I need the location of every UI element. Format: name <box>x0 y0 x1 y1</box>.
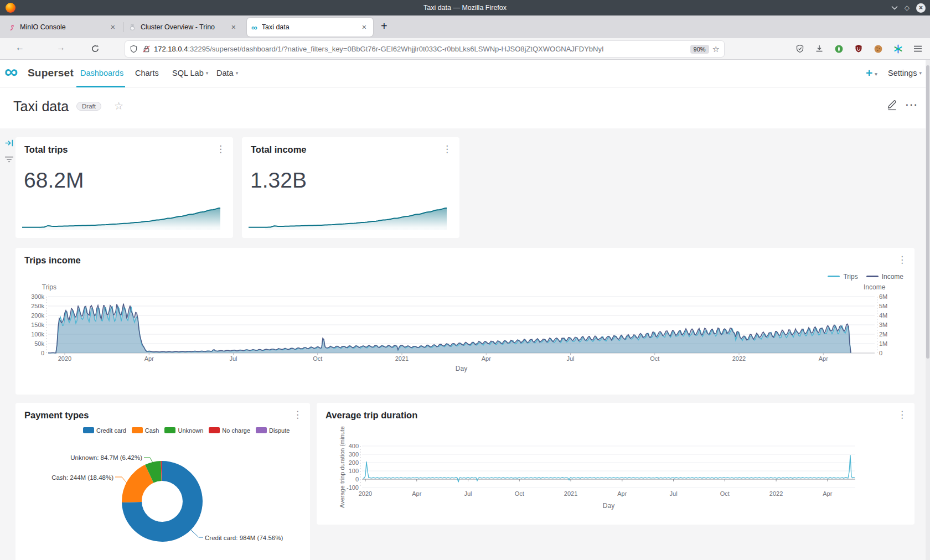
bookmark-star-icon[interactable]: ☆ <box>712 44 720 54</box>
nav-dashboards[interactable]: Dashboards <box>80 69 123 77</box>
superset-logo-icon[interactable]: ∞ <box>4 61 18 82</box>
tab-title: Taxi data <box>262 23 355 31</box>
svg-text:200k: 200k <box>31 312 44 319</box>
svg-text:5M: 5M <box>879 303 887 309</box>
tab-title: Cluster Overview - Trino <box>141 23 225 31</box>
chevron-down-icon: ▾ <box>875 71 877 77</box>
svg-text:2021: 2021 <box>564 490 577 497</box>
add-new-button[interactable]: +▾ <box>866 66 877 80</box>
dashboard-header: Taxi data Draft ☆ ··· <box>0 87 930 128</box>
container-asterisk-icon[interactable] <box>893 44 903 54</box>
privacy-badger-icon[interactable] <box>834 44 844 54</box>
tab-close-icon[interactable]: × <box>360 23 369 32</box>
svg-text:2M: 2M <box>879 331 887 338</box>
new-tab-button[interactable]: + <box>381 20 388 33</box>
svg-text:Cash: 244M (18.48%): Cash: 244M (18.48%) <box>51 474 113 481</box>
nav-sql-lab[interactable]: SQL Lab▾ <box>172 69 208 77</box>
svg-text:Jul: Jul <box>464 490 472 497</box>
browser-tabbar: MinIO Console × Cluster Overview - Trino… <box>0 15 930 38</box>
page-scrollbar[interactable] <box>926 60 930 560</box>
cookie-icon[interactable] <box>874 44 883 54</box>
card-trips-income: Trips income ⋮ TripsIncome 300k6M250k5M2… <box>16 248 914 395</box>
svg-text:Average trinp duration (minute: Average trinp duration (minute <box>339 426 345 508</box>
nav-data[interactable]: Data▾ <box>216 69 238 77</box>
svg-text:Trips: Trips <box>42 283 56 291</box>
card-total-income: Total income ⋮ 1.32B <box>242 137 459 238</box>
scrollbar-thumb[interactable] <box>926 65 929 359</box>
chevron-down-icon: ▾ <box>919 70 922 76</box>
download-icon[interactable] <box>815 44 824 53</box>
svg-text:100k: 100k <box>31 331 44 338</box>
url-text[interactable]: 172.18.0.4:32295/superset/dashboard/1/?n… <box>154 45 687 53</box>
payment-types-donut-chart[interactable]: Unknown: 84.7M (6.42%)Cash: 244M (18.48%… <box>16 403 310 560</box>
menu-hamburger-icon[interactable] <box>913 45 922 53</box>
svg-text:0: 0 <box>355 476 359 483</box>
trend-sparkline <box>22 203 226 231</box>
tab-close-icon[interactable]: × <box>229 23 238 32</box>
svg-text:Day: Day <box>456 365 467 372</box>
svg-text:Apr: Apr <box>144 355 154 362</box>
big-number-value: 1.32B <box>250 168 307 193</box>
tab-title: MinIO Console <box>20 23 104 31</box>
svg-text:300: 300 <box>349 451 359 458</box>
svg-text:0: 0 <box>41 350 44 356</box>
browser-toolbar: ← → 172.18.0.4:32295/superset/dashboard/… <box>0 38 930 60</box>
svg-text:Day: Day <box>603 502 614 510</box>
trips-income-chart[interactable]: 300k6M250k5M200k4M150k3M100k2M50k1M00Tri… <box>16 248 914 395</box>
chevron-down-icon: ▾ <box>236 70 239 76</box>
card-total-trips: Total trips ⋮ 68.2M <box>16 137 233 238</box>
insecure-lock-icon[interactable] <box>142 45 151 53</box>
chart-title: Total income <box>251 144 307 155</box>
tracking-shield-icon[interactable] <box>130 45 138 53</box>
tab-close-icon[interactable]: × <box>108 23 117 32</box>
window-maximize-icon[interactable]: ◇ <box>905 4 910 11</box>
dashboard-body: Total trips ⋮ 68.2M Total income ⋮ 1.32B… <box>0 128 930 560</box>
svg-text:400: 400 <box>349 443 359 449</box>
svg-text:2022: 2022 <box>732 355 746 362</box>
more-options-icon[interactable]: ··· <box>906 100 918 111</box>
chevron-down-icon: ▾ <box>206 70 209 76</box>
settings-menu[interactable]: Settings▾ <box>888 69 922 77</box>
url-path: :32295/superset/dashboard/1/?native_filt… <box>188 45 603 53</box>
svg-text:Apr: Apr <box>482 355 491 362</box>
forward-button[interactable]: → <box>56 43 65 53</box>
svg-text:Oct: Oct <box>313 355 322 362</box>
svg-text:Jul: Jul <box>670 490 678 497</box>
svg-text:Jul: Jul <box>566 355 574 362</box>
nav-charts[interactable]: Charts <box>135 69 159 77</box>
dashboard-title: Taxi data <box>13 98 69 115</box>
window-close-icon[interactable]: × <box>916 3 926 13</box>
filter-icon[interactable] <box>4 155 14 163</box>
svg-text:4M: 4M <box>879 312 887 319</box>
svg-text:6M: 6M <box>879 293 887 300</box>
avg-trip-duration-chart[interactable]: 4003002001000-100Average trinp duration … <box>317 403 914 525</box>
superset-brand[interactable]: Superset <box>28 67 74 79</box>
expand-filter-bar-icon[interactable] <box>4 138 14 148</box>
svg-text:300k: 300k <box>31 293 44 300</box>
tab-trino-cluster[interactable]: Cluster Overview - Trino × <box>124 15 242 38</box>
kebab-menu-icon[interactable]: ⋮ <box>216 143 225 155</box>
edit-pencil-icon[interactable] <box>886 98 898 111</box>
zoom-level-badge[interactable]: 90% <box>690 45 709 54</box>
svg-text:2020: 2020 <box>58 355 71 362</box>
url-host: 172.18.0.4 <box>154 45 188 53</box>
kebab-menu-icon[interactable]: ⋮ <box>442 143 452 155</box>
svg-text:100: 100 <box>349 468 359 474</box>
application-window: Taxi data — Mozilla Firefox ◇ × MinIO Co… <box>0 0 930 560</box>
tab-minio-console[interactable]: MinIO Console × <box>3 15 122 38</box>
tab-separator <box>123 22 123 32</box>
svg-text:Apr: Apr <box>617 490 627 497</box>
url-bar[interactable]: 172.18.0.4:32295/superset/dashboard/1/?n… <box>125 41 724 57</box>
reload-button[interactable] <box>91 44 100 53</box>
tab-taxi-data-active[interactable]: ∞ Taxi data × <box>247 18 373 37</box>
svg-text:2022: 2022 <box>769 490 783 497</box>
favorite-star-icon[interactable]: ☆ <box>114 100 123 112</box>
ublock-origin-icon[interactable] <box>854 44 863 53</box>
svg-text:Jul: Jul <box>229 355 237 362</box>
window-title: Taxi data — Mozilla Firefox <box>0 4 930 12</box>
back-button[interactable]: ← <box>16 43 24 53</box>
svg-text:Apr: Apr <box>819 355 828 362</box>
shield-check-icon[interactable] <box>795 44 804 53</box>
window-minimize-icon[interactable] <box>891 6 898 10</box>
svg-text:50k: 50k <box>34 340 44 347</box>
